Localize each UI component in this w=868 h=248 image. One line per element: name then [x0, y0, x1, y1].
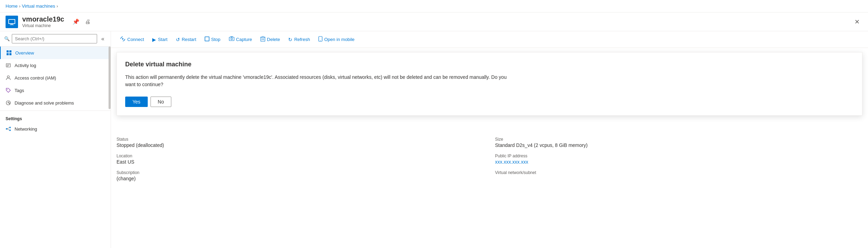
subscription-value: (change): [117, 176, 484, 181]
sidebar-item-access-control[interactable]: Access control (IAM): [0, 72, 111, 84]
collapse-button[interactable]: «: [99, 35, 106, 43]
svg-line-18: [7, 127, 9, 129]
svg-rect-17: [9, 130, 11, 131]
breadcrumb-vms[interactable]: Virtual machines: [22, 3, 55, 9]
sidebar-item-overview-label: Overview: [15, 50, 34, 56]
settings-divider: [0, 110, 111, 111]
stop-label: Stop: [211, 37, 221, 42]
vm-icon: [6, 16, 18, 28]
print-button[interactable]: 🖨: [84, 17, 92, 26]
svg-rect-21: [205, 37, 209, 41]
vm-subtitle: Virtual machine: [22, 23, 64, 28]
sidebar-search-bar: 🔍 «: [0, 31, 111, 47]
svg-rect-7: [9, 53, 11, 55]
refresh-icon: ↻: [288, 37, 292, 42]
vm-name: vmoracle19c: [22, 15, 64, 23]
mobile-icon: [318, 36, 323, 43]
pin-icon: 📌: [72, 19, 79, 25]
location-label: Location: [117, 154, 484, 158]
connect-icon: [120, 36, 126, 43]
svg-point-13: [7, 89, 8, 90]
search-input[interactable]: [12, 34, 97, 43]
breadcrumb: Home › Virtual machines ›: [0, 0, 868, 13]
iam-icon: [6, 75, 11, 81]
content-area: Connect ▶ Start ↺ Restart Stop: [111, 31, 868, 248]
public-ip-value[interactable]: xxx.xxx.xxx.xxx: [495, 159, 528, 165]
status-section: Status Stopped (deallocated): [117, 137, 484, 148]
no-label: No: [158, 99, 164, 105]
sidebar-item-diagnose-label: Diagnose and solve problems: [15, 100, 74, 106]
close-button[interactable]: ✕: [852, 17, 862, 27]
start-icon: ▶: [152, 37, 156, 42]
connect-label: Connect: [127, 37, 144, 42]
stop-button[interactable]: Stop: [201, 34, 224, 44]
sidebar-item-networking-label: Networking: [15, 126, 37, 132]
delete-button[interactable]: Delete: [257, 34, 284, 45]
open-mobile-label: Open in mobile: [324, 37, 354, 42]
refresh-label: Refresh: [294, 37, 310, 42]
svg-rect-6: [7, 53, 9, 55]
collapse-icon: «: [101, 36, 104, 42]
delete-dialog: Delete virtual machine This action will …: [117, 52, 862, 116]
restart-icon: ↺: [176, 37, 180, 42]
stop-icon: [205, 36, 209, 42]
print-icon: 🖨: [85, 19, 91, 25]
svg-line-19: [7, 129, 9, 130]
capture-icon: [229, 36, 234, 43]
subscription-label: Subscription: [117, 170, 484, 175]
dialog-no-button[interactable]: No: [151, 97, 171, 107]
sidebar-item-iam-label: Access control (IAM): [15, 75, 56, 81]
location-section: Location East US: [117, 154, 484, 165]
dialog-title: Delete virtual machine: [125, 61, 854, 68]
subscription-section: Subscription (change): [117, 170, 484, 181]
sidebar-item-activity-log[interactable]: Activity log: [0, 59, 111, 72]
subscription-change-link[interactable]: (change): [117, 176, 136, 181]
public-ip-label: Public IP address: [495, 154, 863, 158]
diagnose-icon: [6, 100, 11, 106]
status-label: Status: [117, 137, 484, 142]
overview-icon: [6, 50, 12, 56]
close-icon: ✕: [854, 18, 860, 25]
settings-section-header: Settings: [0, 112, 111, 123]
sidebar: 🔍 «: [0, 31, 111, 248]
activity-log-icon: [6, 63, 11, 68]
sidebar-item-tags-label: Tags: [15, 88, 24, 93]
tags-icon: [6, 88, 11, 93]
svg-rect-3: [10, 25, 14, 25]
refresh-button[interactable]: ↻ Refresh: [285, 35, 313, 44]
open-mobile-button[interactable]: Open in mobile: [315, 34, 358, 45]
sidebar-item-activity-log-label: Activity log: [15, 63, 36, 68]
vm-title-text: vmoracle19c Virtual machine: [22, 15, 64, 28]
sidebar-item-networking[interactable]: Networking: [0, 123, 111, 135]
svg-point-12: [7, 76, 9, 78]
connect-button[interactable]: Connect: [117, 34, 147, 45]
sidebar-nav: Overview Activity log: [0, 47, 111, 248]
svg-point-23: [231, 38, 232, 40]
start-label: Start: [158, 37, 167, 42]
sidebar-item-overview[interactable]: Overview: [0, 47, 111, 59]
status-value: Stopped (deallocated): [117, 142, 484, 148]
breadcrumb-home[interactable]: Home: [6, 3, 18, 9]
pin-button[interactable]: 📌: [71, 17, 81, 26]
breadcrumb-sep1: ›: [19, 3, 20, 9]
toolbar: Connect ▶ Start ↺ Restart Stop: [111, 31, 868, 48]
svg-point-20: [122, 38, 123, 40]
sidebar-item-tags[interactable]: Tags: [0, 84, 111, 97]
restart-button[interactable]: ↺ Restart: [172, 35, 200, 44]
yes-label: Yes: [132, 99, 140, 105]
capture-button[interactable]: Capture: [225, 34, 256, 45]
capture-label: Capture: [236, 37, 252, 42]
dialog-yes-button[interactable]: Yes: [125, 97, 148, 107]
svg-rect-2: [10, 24, 13, 25]
delete-icon: [260, 36, 265, 43]
location-value: East US: [117, 159, 484, 165]
svg-rect-5: [9, 50, 11, 52]
sidebar-item-diagnose[interactable]: Diagnose and solve problems: [0, 97, 111, 109]
title-actions: 📌 🖨: [71, 17, 92, 26]
dialog-actions: Yes No: [125, 97, 854, 107]
vnet-section: Virtual network/subnet: [495, 170, 863, 181]
svg-point-31: [320, 40, 321, 41]
svg-rect-1: [9, 20, 15, 23]
start-button[interactable]: ▶ Start: [149, 35, 171, 44]
vm-title-bar: vmoracle19c Virtual machine 📌 🖨 ✕: [0, 13, 868, 31]
